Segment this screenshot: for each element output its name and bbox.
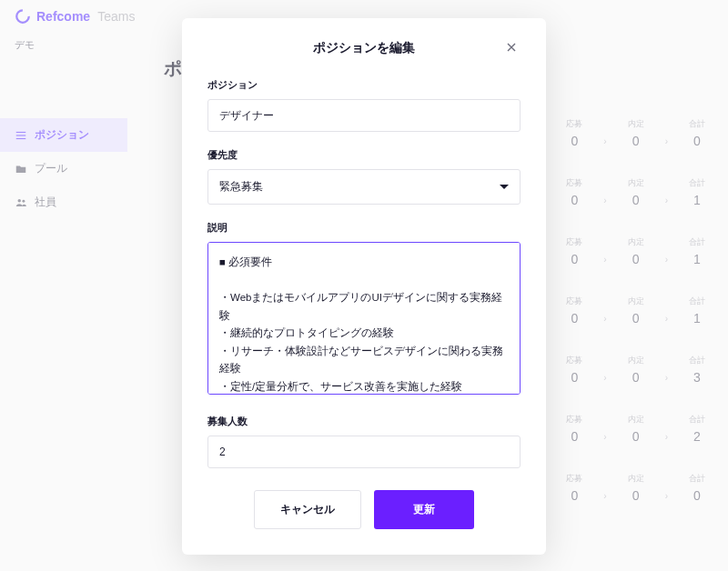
submit-button[interactable]: 更新 — [374, 490, 474, 529]
priority-select[interactable]: 緊急募集 — [207, 169, 521, 205]
edit-position-modal: ポジションを編集 ポジション 優先度 緊急募集 説明 募集人数 キャンセル 更新 — [182, 18, 546, 555]
priority-label: 優先度 — [207, 148, 521, 162]
cancel-button[interactable]: キャンセル — [254, 490, 361, 529]
modal-actions: キャンセル 更新 — [207, 490, 521, 529]
close-icon[interactable] — [504, 40, 521, 56]
field-description: 説明 — [207, 221, 521, 398]
description-textarea[interactable] — [207, 242, 521, 395]
description-label: 説明 — [207, 221, 521, 235]
headcount-label: 募集人数 — [207, 415, 521, 428]
headcount-input[interactable] — [207, 436, 521, 468]
modal-title: ポジションを編集 — [313, 40, 415, 56]
field-priority: 優先度 緊急募集 — [207, 148, 521, 205]
priority-value: 緊急募集 — [219, 179, 263, 195]
position-input[interactable] — [207, 99, 521, 132]
modal-header: ポジションを編集 — [207, 40, 521, 56]
chevron-down-icon — [500, 185, 509, 189]
field-headcount: 募集人数 — [207, 415, 521, 468]
field-position: ポジション — [207, 78, 521, 132]
position-label: ポジション — [207, 78, 521, 92]
